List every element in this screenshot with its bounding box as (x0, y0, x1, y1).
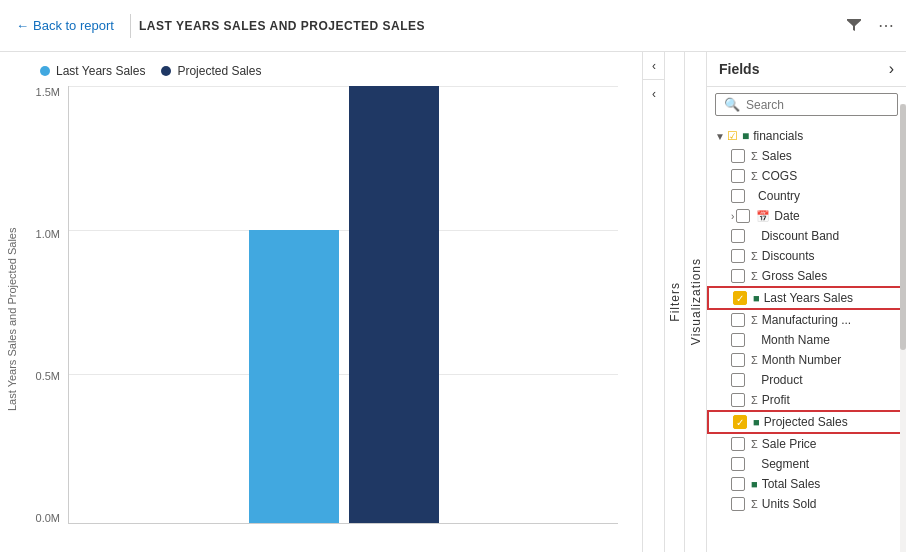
legend-dot-projected (161, 66, 171, 76)
chart-area: Last Years Sales Projected Sales Last Ye… (0, 52, 642, 552)
field-item-country[interactable]: Country (707, 186, 906, 206)
country-label: Country (758, 189, 800, 203)
sale-price-sigma-icon: Σ (751, 438, 758, 450)
country-field-icon (751, 190, 754, 202)
field-item-product[interactable]: Product (707, 370, 906, 390)
field-item-discounts[interactable]: Σ Discounts (707, 246, 906, 266)
search-input[interactable] (746, 98, 896, 112)
fields-panel: Fields › 🔍 ▼ ☑ ■ financials (706, 52, 906, 552)
segment-label: Segment (761, 457, 809, 471)
field-item-profit[interactable]: Σ Profit (707, 390, 906, 410)
month-number-checkbox (731, 353, 745, 367)
nav-up-button[interactable]: ‹ (643, 52, 665, 80)
financials-group-label: financials (753, 129, 803, 143)
discounts-label: Discounts (762, 249, 815, 263)
more-options-icon[interactable]: ⋯ (874, 12, 898, 39)
month-number-label: Month Number (762, 353, 841, 367)
bars-container (69, 86, 618, 523)
legend-dot-last-years (40, 66, 50, 76)
field-item-manufacturing[interactable]: Σ Manufacturing ... (707, 310, 906, 330)
financials-table-icon: ■ (742, 129, 749, 143)
main-content: Last Years Sales Projected Sales Last Ye… (0, 52, 906, 552)
fields-header: Fields › (707, 52, 906, 87)
field-item-month-name[interactable]: Month Name (707, 330, 906, 350)
y-axis-label: Last Years Sales and Projected Sales (0, 86, 24, 552)
units-sold-label: Units Sold (762, 497, 817, 511)
chart-wrapper: Last Years Sales and Projected Sales 1.5… (0, 86, 642, 552)
projected-sales-checkbox: ✓ (733, 415, 747, 429)
total-sales-checkbox (731, 477, 745, 491)
field-item-last-years-sales[interactable]: ✓ ■ Last Years Sales (707, 286, 906, 310)
financials-checked-icon: ☑ (727, 129, 738, 143)
y-tick-0.5m: 0.5M (36, 370, 60, 382)
cogs-checkbox (731, 169, 745, 183)
date-calendar-icon: 📅 (756, 210, 770, 223)
legend-item-last-years: Last Years Sales (40, 64, 145, 78)
header-divider (130, 14, 131, 38)
month-number-sigma-icon: Σ (751, 354, 758, 366)
month-name-icon (751, 334, 757, 346)
gross-sales-sigma-icon: Σ (751, 270, 758, 282)
legend-label-projected: Projected Sales (177, 64, 261, 78)
product-checkbox (731, 373, 745, 387)
field-item-cogs[interactable]: Σ COGS (707, 166, 906, 186)
chart-title: LAST YEARS SALES AND PROJECTED SALES (139, 19, 425, 33)
financials-expand-arrow: ▼ (715, 131, 725, 142)
projected-bar (349, 86, 439, 523)
manufacturing-checkbox (731, 313, 745, 327)
header: ← Back to report LAST YEARS SALES AND PR… (0, 0, 906, 52)
total-sales-table-icon: ■ (751, 478, 758, 490)
field-item-month-number[interactable]: Σ Month Number (707, 350, 906, 370)
back-button[interactable]: ← Back to report (8, 14, 122, 37)
field-item-date[interactable]: › 📅 Date (707, 206, 906, 226)
sales-label: Sales (762, 149, 792, 163)
field-item-discount-band[interactable]: Discount Band (707, 226, 906, 246)
field-item-total-sales[interactable]: ■ Total Sales (707, 474, 906, 494)
projected-sales-table-icon: ■ (753, 416, 760, 428)
y-tick-1.5m: 1.5M (36, 86, 60, 98)
y-axis: 1.5M 1.0M 0.5M 0.0M (24, 86, 64, 524)
filter-icon[interactable] (842, 12, 866, 40)
fields-expand-button[interactable]: › (889, 60, 894, 78)
scrollbar-track (900, 104, 906, 552)
right-panels: ‹ ‹ Filters Visualizations Fields › 🔍 (642, 52, 906, 552)
fields-search-box: 🔍 (715, 93, 898, 116)
discounts-checkbox (731, 249, 745, 263)
scrollbar-thumb[interactable] (900, 104, 906, 350)
field-item-sales[interactable]: Σ Sales (707, 146, 906, 166)
profit-checkbox (731, 393, 745, 407)
cogs-sigma-icon: Σ (751, 170, 758, 182)
field-item-segment[interactable]: Segment (707, 454, 906, 474)
field-item-units-sold[interactable]: Σ Units Sold (707, 494, 906, 514)
units-sold-checkbox (731, 497, 745, 511)
sale-price-checkbox (731, 437, 745, 451)
cogs-label: COGS (762, 169, 797, 183)
legend-item-projected: Projected Sales (161, 64, 261, 78)
country-checkbox (731, 189, 745, 203)
segment-icon (751, 458, 757, 470)
last-years-sales-checkbox: ✓ (733, 291, 747, 305)
units-sold-sigma-icon: Σ (751, 498, 758, 510)
field-item-sale-price[interactable]: Σ Sale Price (707, 434, 906, 454)
field-item-projected-sales[interactable]: ✓ ■ Projected Sales (707, 410, 906, 434)
profit-sigma-icon: Σ (751, 394, 758, 406)
sale-price-label: Sale Price (762, 437, 817, 451)
last-years-sales-label: Last Years Sales (764, 291, 853, 305)
product-label: Product (761, 373, 802, 387)
financials-group-header[interactable]: ▼ ☑ ■ financials (707, 126, 906, 146)
sales-checkbox (731, 149, 745, 163)
header-icons: ⋯ (842, 12, 898, 40)
back-arrow-icon: ← (16, 18, 29, 33)
fields-list: ▼ ☑ ■ financials Σ Sales Σ COGS (707, 122, 906, 552)
field-item-gross-sales[interactable]: Σ Gross Sales (707, 266, 906, 286)
last-years-bar (249, 230, 339, 523)
visualizations-tab[interactable]: Visualizations (684, 52, 706, 552)
profit-label: Profit (762, 393, 790, 407)
back-label: Back to report (33, 18, 114, 33)
manufacturing-sigma-icon: Σ (751, 314, 758, 326)
gross-sales-label: Gross Sales (762, 269, 827, 283)
nav-down-button[interactable]: ‹ (643, 80, 665, 108)
discount-band-icon (751, 230, 757, 242)
nav-arrows: ‹ ‹ (642, 52, 664, 552)
filters-tab[interactable]: Filters (664, 52, 684, 552)
